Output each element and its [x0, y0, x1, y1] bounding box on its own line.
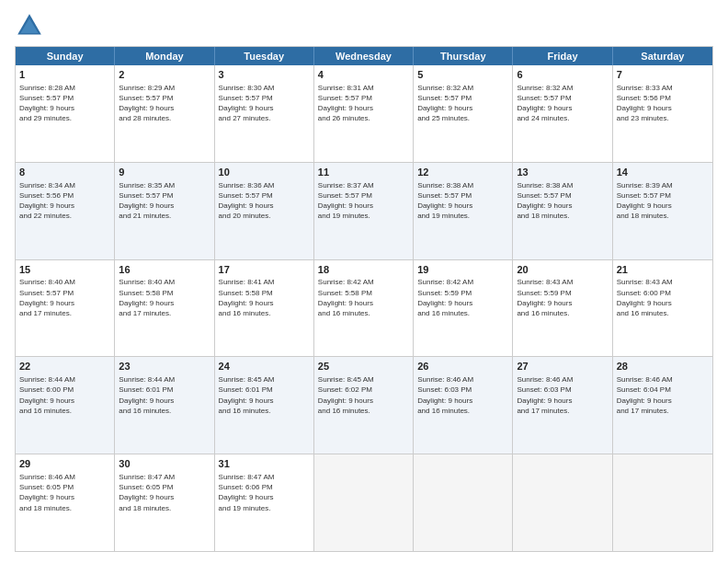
- calendar-body: 1Sunrise: 8:28 AMSunset: 5:57 PMDaylight…: [16, 65, 712, 551]
- calendar-cell-31: 31Sunrise: 8:47 AMSunset: 6:06 PMDayligh…: [215, 454, 314, 551]
- cell-text: Sunrise: 8:38 AMSunset: 5:57 PMDaylight:…: [417, 180, 508, 222]
- calendar-cell-10: 10Sunrise: 8:36 AMSunset: 5:57 PMDayligh…: [215, 163, 314, 259]
- calendar-header: SundayMondayTuesdayWednesdayThursdayFrid…: [16, 47, 712, 65]
- cell-text: Sunrise: 8:30 AMSunset: 5:57 PMDaylight:…: [219, 83, 310, 124]
- day-number: 17: [219, 263, 310, 277]
- calendar-row-4: 29Sunrise: 8:46 AMSunset: 6:05 PMDayligh…: [16, 454, 712, 551]
- calendar-cell-24: 24Sunrise: 8:45 AMSunset: 6:01 PMDayligh…: [215, 357, 314, 454]
- day-number: 31: [219, 457, 310, 471]
- calendar-cell-14: 14Sunrise: 8:39 AMSunset: 5:57 PMDayligh…: [613, 163, 712, 259]
- cell-text: Sunrise: 8:38 AMSunset: 5:57 PMDaylight:…: [517, 180, 608, 222]
- cell-text: Sunrise: 8:42 AMSunset: 5:59 PMDaylight:…: [417, 277, 508, 318]
- day-number: 18: [318, 263, 409, 277]
- header-cell-sunday: Sunday: [16, 47, 115, 65]
- calendar-cell-30: 30Sunrise: 8:47 AMSunset: 6:05 PMDayligh…: [115, 454, 214, 551]
- cell-text: Sunrise: 8:28 AMSunset: 5:57 PMDaylight:…: [19, 83, 110, 124]
- day-number: 20: [517, 263, 608, 277]
- page: SundayMondayTuesdayWednesdayThursdayFrid…: [0, 0, 728, 563]
- day-number: 4: [318, 68, 409, 82]
- calendar-cell-27: 27Sunrise: 8:46 AMSunset: 6:03 PMDayligh…: [513, 357, 612, 454]
- cell-text: Sunrise: 8:44 AMSunset: 6:01 PMDaylight:…: [119, 374, 210, 416]
- cell-text: Sunrise: 8:41 AMSunset: 5:58 PMDaylight:…: [219, 277, 310, 318]
- calendar-cell-empty-5: [513, 454, 612, 551]
- cell-text: Sunrise: 8:43 AMSunset: 5:59 PMDaylight:…: [517, 277, 608, 318]
- calendar-cell-23: 23Sunrise: 8:44 AMSunset: 6:01 PMDayligh…: [115, 357, 214, 454]
- calendar-cell-empty-6: [613, 454, 712, 551]
- calendar-cell-25: 25Sunrise: 8:45 AMSunset: 6:02 PMDayligh…: [314, 357, 414, 454]
- calendar-cell-empty-3: [314, 454, 414, 551]
- calendar-cell-2: 2Sunrise: 8:29 AMSunset: 5:57 PMDaylight…: [115, 65, 214, 162]
- day-number: 7: [617, 68, 709, 82]
- calendar-cell-17: 17Sunrise: 8:41 AMSunset: 5:58 PMDayligh…: [215, 260, 314, 357]
- calendar-cell-9: 9Sunrise: 8:35 AMSunset: 5:57 PMDaylight…: [115, 163, 214, 259]
- calendar-cell-8: 8Sunrise: 8:34 AMSunset: 5:56 PMDaylight…: [16, 163, 115, 259]
- calendar-cell-15: 15Sunrise: 8:40 AMSunset: 5:57 PMDayligh…: [16, 260, 115, 357]
- cell-text: Sunrise: 8:40 AMSunset: 5:58 PMDaylight:…: [119, 277, 210, 318]
- cell-text: Sunrise: 8:32 AMSunset: 5:57 PMDaylight:…: [417, 83, 508, 124]
- calendar-row-2: 15Sunrise: 8:40 AMSunset: 5:57 PMDayligh…: [16, 259, 712, 357]
- cell-text: Sunrise: 8:43 AMSunset: 6:00 PMDaylight:…: [617, 277, 709, 318]
- day-number: 1: [19, 68, 110, 82]
- day-number: 8: [19, 166, 110, 179]
- calendar-cell-26: 26Sunrise: 8:46 AMSunset: 6:03 PMDayligh…: [414, 357, 513, 454]
- day-number: 22: [19, 360, 110, 373]
- cell-text: Sunrise: 8:37 AMSunset: 5:57 PMDaylight:…: [318, 180, 409, 222]
- cell-text: Sunrise: 8:32 AMSunset: 5:57 PMDaylight:…: [517, 83, 608, 124]
- calendar-cell-21: 21Sunrise: 8:43 AMSunset: 6:00 PMDayligh…: [613, 260, 712, 357]
- calendar-cell-empty-4: [414, 454, 513, 551]
- cell-text: Sunrise: 8:39 AMSunset: 5:57 PMDaylight:…: [617, 180, 709, 222]
- calendar-cell-7: 7Sunrise: 8:33 AMSunset: 5:56 PMDaylight…: [613, 65, 712, 162]
- header-cell-thursday: Thursday: [414, 47, 513, 65]
- cell-text: Sunrise: 8:34 AMSunset: 5:56 PMDaylight:…: [19, 180, 110, 222]
- calendar-cell-20: 20Sunrise: 8:43 AMSunset: 5:59 PMDayligh…: [513, 260, 612, 357]
- cell-text: Sunrise: 8:46 AMSunset: 6:03 PMDaylight:…: [417, 374, 508, 416]
- day-number: 12: [417, 166, 508, 179]
- calendar-cell-19: 19Sunrise: 8:42 AMSunset: 5:59 PMDayligh…: [414, 260, 513, 357]
- day-number: 15: [19, 263, 110, 277]
- day-number: 30: [119, 457, 210, 471]
- logo: [15, 11, 48, 40]
- day-number: 19: [417, 263, 508, 277]
- calendar-cell-11: 11Sunrise: 8:37 AMSunset: 5:57 PMDayligh…: [314, 163, 414, 259]
- cell-text: Sunrise: 8:42 AMSunset: 5:58 PMDaylight:…: [318, 277, 409, 318]
- calendar-cell-4: 4Sunrise: 8:31 AMSunset: 5:57 PMDaylight…: [314, 65, 414, 162]
- day-number: 26: [417, 360, 508, 373]
- day-number: 27: [517, 360, 608, 373]
- day-number: 23: [119, 360, 210, 373]
- cell-text: Sunrise: 8:46 AMSunset: 6:03 PMDaylight:…: [517, 374, 608, 416]
- day-number: 5: [417, 68, 508, 82]
- day-number: 24: [219, 360, 310, 373]
- cell-text: Sunrise: 8:46 AMSunset: 6:05 PMDaylight:…: [19, 472, 110, 513]
- header-cell-saturday: Saturday: [613, 47, 712, 65]
- calendar-cell-29: 29Sunrise: 8:46 AMSunset: 6:05 PMDayligh…: [16, 454, 115, 551]
- calendar-cell-1: 1Sunrise: 8:28 AMSunset: 5:57 PMDaylight…: [16, 65, 115, 162]
- day-number: 2: [119, 68, 210, 82]
- day-number: 29: [19, 457, 110, 471]
- calendar-row-0: 1Sunrise: 8:28 AMSunset: 5:57 PMDaylight…: [16, 65, 712, 162]
- calendar: SundayMondayTuesdayWednesdayThursdayFrid…: [15, 46, 713, 552]
- calendar-cell-18: 18Sunrise: 8:42 AMSunset: 5:58 PMDayligh…: [314, 260, 414, 357]
- header-cell-tuesday: Tuesday: [215, 47, 314, 65]
- day-number: 3: [219, 68, 310, 82]
- day-number: 28: [617, 360, 709, 373]
- calendar-cell-28: 28Sunrise: 8:46 AMSunset: 6:04 PMDayligh…: [613, 357, 712, 454]
- header-cell-monday: Monday: [115, 47, 214, 65]
- calendar-row-1: 8Sunrise: 8:34 AMSunset: 5:56 PMDaylight…: [16, 162, 712, 259]
- day-number: 16: [119, 263, 210, 277]
- day-number: 21: [617, 263, 709, 277]
- day-number: 25: [318, 360, 409, 373]
- cell-text: Sunrise: 8:36 AMSunset: 5:57 PMDaylight:…: [219, 180, 310, 222]
- day-number: 13: [517, 166, 608, 179]
- calendar-cell-12: 12Sunrise: 8:38 AMSunset: 5:57 PMDayligh…: [414, 163, 513, 259]
- calendar-cell-6: 6Sunrise: 8:32 AMSunset: 5:57 PMDaylight…: [513, 65, 612, 162]
- cell-text: Sunrise: 8:46 AMSunset: 6:04 PMDaylight:…: [617, 374, 709, 416]
- calendar-row-3: 22Sunrise: 8:44 AMSunset: 6:00 PMDayligh…: [16, 356, 712, 454]
- day-number: 10: [219, 166, 310, 179]
- header-cell-friday: Friday: [513, 47, 612, 65]
- cell-text: Sunrise: 8:29 AMSunset: 5:57 PMDaylight:…: [119, 83, 210, 124]
- day-number: 14: [617, 166, 709, 179]
- logo-icon: [15, 11, 44, 40]
- day-number: 6: [517, 68, 608, 82]
- calendar-cell-3: 3Sunrise: 8:30 AMSunset: 5:57 PMDaylight…: [215, 65, 314, 162]
- calendar-cell-5: 5Sunrise: 8:32 AMSunset: 5:57 PMDaylight…: [414, 65, 513, 162]
